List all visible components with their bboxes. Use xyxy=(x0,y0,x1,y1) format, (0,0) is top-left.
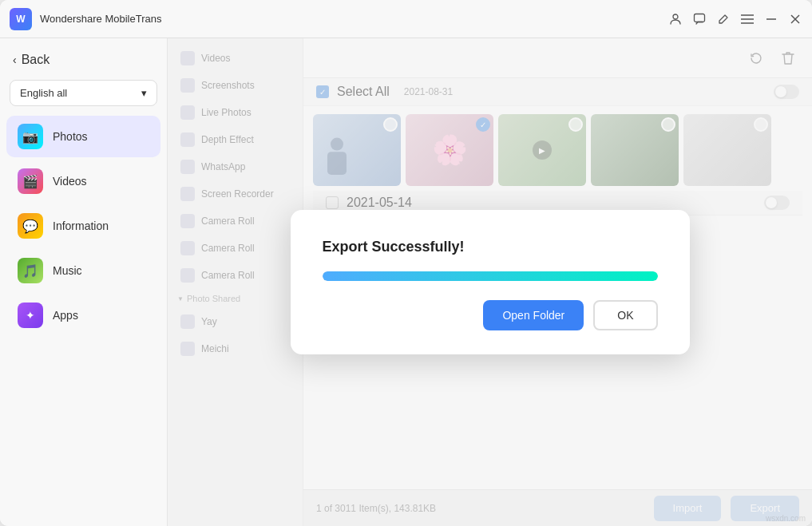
language-dropdown[interactable]: English all ▾ xyxy=(10,80,157,106)
sidebar-item-videos[interactable]: 🎬 Videos xyxy=(6,160,160,202)
dialog-title: Export Successfully! xyxy=(323,239,658,255)
progress-bar-track xyxy=(323,271,658,281)
sidebar-item-apps[interactable]: ✦ Apps xyxy=(6,295,160,336)
close-button[interactable] xyxy=(788,12,802,26)
information-label: Information xyxy=(53,219,109,232)
export-success-dialog: Export Successfully! Open Folder OK xyxy=(291,210,690,354)
chat-icon[interactable] xyxy=(692,12,707,26)
videos-label: Videos xyxy=(53,175,87,188)
title-bar: W Wondershare MobileTrans xyxy=(0,0,812,38)
back-label: Back xyxy=(22,53,50,67)
progress-bar-fill xyxy=(323,271,658,281)
back-arrow-icon: ‹ xyxy=(13,53,17,66)
dropdown-label: English all xyxy=(20,87,67,99)
sidebar-item-photos[interactable]: 📷 Photos xyxy=(6,116,160,157)
app-title: Wondershare MobileTrans xyxy=(40,13,668,25)
nav-items: 📷 Photos 🎬 Videos 💬 Information 🎵 Music … xyxy=(0,116,167,336)
sidebar: ‹ Back English all ▾ 📷 Photos 🎬 Videos 💬 xyxy=(0,38,168,526)
information-icon: 💬 xyxy=(18,213,43,239)
svg-point-0 xyxy=(673,14,678,19)
modal-overlay: Export Successfully! Open Folder OK xyxy=(168,38,812,526)
back-button[interactable]: ‹ Back xyxy=(0,46,167,73)
menu-icon[interactable] xyxy=(740,12,755,26)
sidebar-item-information[interactable]: 💬 Information xyxy=(6,205,160,247)
app-logo: W xyxy=(10,8,32,30)
app-window: W Wondershare MobileTrans xyxy=(0,0,812,526)
music-icon: 🎵 xyxy=(18,258,43,283)
open-folder-button[interactable]: Open Folder xyxy=(483,300,584,330)
svg-rect-1 xyxy=(695,14,705,22)
dialog-actions: Open Folder OK xyxy=(323,300,658,330)
window-controls xyxy=(668,12,802,26)
account-icon[interactable] xyxy=(668,12,683,26)
sidebar-item-music[interactable]: 🎵 Music xyxy=(6,250,160,291)
photos-icon: 📷 xyxy=(18,124,43,149)
videos-icon: 🎬 xyxy=(18,168,43,194)
chevron-down-icon: ▾ xyxy=(141,87,147,99)
edit-icon[interactable] xyxy=(716,12,731,26)
content-area: ‹ Back English all ▾ 📷 Photos 🎬 Videos 💬 xyxy=(0,38,812,526)
minimize-button[interactable] xyxy=(764,12,778,26)
apps-label: Apps xyxy=(53,309,78,322)
ok-button[interactable]: OK xyxy=(593,300,657,330)
apps-icon: ✦ xyxy=(18,303,43,328)
music-label: Music xyxy=(53,264,82,277)
photos-label: Photos xyxy=(53,130,88,143)
